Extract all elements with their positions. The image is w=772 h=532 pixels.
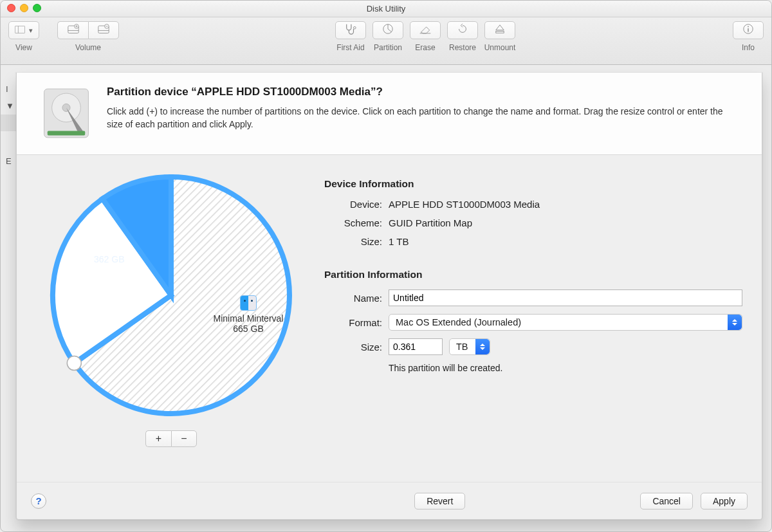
- info-icon: [742, 23, 754, 37]
- partition-size-input[interactable]: [389, 338, 443, 355]
- format-select[interactable]: Mac OS Extended (Journaled): [389, 314, 742, 331]
- size-unit-select[interactable]: TB: [449, 338, 490, 355]
- svg-point-11: [354, 26, 356, 29]
- cancel-button[interactable]: Cancel: [640, 493, 693, 509]
- title-bar: Disk Utility: [1, 1, 771, 17]
- info-column: Device Information Device: APPLE HDD ST1…: [324, 163, 742, 482]
- eject-icon: [494, 24, 506, 37]
- scheme-label: Scheme:: [324, 217, 382, 228]
- chevron-down-icon: ▾: [29, 26, 33, 35]
- device-size-value: 1 TB: [389, 236, 409, 247]
- updown-caret-icon: [475, 339, 490, 354]
- device-value: APPLE HDD ST1000DM003 Media: [389, 199, 540, 210]
- add-volume-icon: [67, 23, 80, 37]
- partition-size-label: Size:: [324, 342, 382, 353]
- close-window-button[interactable]: [7, 4, 15, 12]
- first-aid-label: First Aid: [336, 43, 364, 52]
- view-button[interactable]: ▾: [8, 21, 39, 39]
- partition-label: Partition: [374, 43, 402, 52]
- scheme-value: GUID Partition Map: [389, 217, 472, 228]
- sheet-footer: ? Revert Cancel Apply: [17, 482, 762, 519]
- info-button[interactable]: [733, 21, 764, 39]
- partition-button[interactable]: [372, 21, 403, 39]
- internal-disk-icon: [39, 86, 94, 143]
- partition-note: This partition will be created.: [389, 363, 742, 373]
- revert-button[interactable]: Revert: [414, 493, 465, 509]
- partition-info-heading: Partition Information: [324, 269, 742, 280]
- pie-label-selected: Untitled 362 GB: [94, 244, 124, 264]
- help-button[interactable]: ?: [31, 493, 46, 509]
- volume-label: Volume: [75, 43, 101, 52]
- remove-volume-icon: [97, 23, 110, 37]
- remove-partition-button[interactable]: −: [171, 430, 197, 447]
- pie-chart-icon: [382, 23, 394, 37]
- eraser-icon: [419, 24, 432, 37]
- stethoscope-icon: [344, 23, 358, 37]
- finder-icon: [240, 295, 257, 311]
- toolbar: ▾ View Volume First Aid: [1, 17, 771, 65]
- unmount-button[interactable]: [484, 21, 515, 39]
- sidebar-icon: [15, 24, 25, 36]
- add-remove-segmented: + −: [145, 430, 197, 447]
- svg-point-16: [748, 26, 749, 28]
- size-unit-value: TB: [456, 342, 468, 352]
- first-aid-button[interactable]: [335, 21, 366, 39]
- svg-rect-21: [48, 131, 85, 136]
- partition-pie[interactable]: Untitled 362 GB Minimal Minterval 665 GB: [42, 167, 300, 424]
- info-label: Info: [742, 43, 755, 52]
- restore-label: Restore: [449, 43, 476, 52]
- svg-rect-14: [496, 32, 504, 33]
- svg-rect-0: [15, 26, 24, 33]
- unmount-label: Unmount: [484, 43, 516, 52]
- restore-icon: [457, 23, 468, 37]
- pie-column: Untitled 362 GB Minimal Minterval 665 GB…: [36, 163, 306, 482]
- name-label: Name:: [324, 293, 382, 304]
- svg-point-24: [67, 356, 81, 371]
- partition-sheet: Partition device “APPLE HDD ST1000DM003 …: [16, 73, 762, 520]
- sheet-header: Partition device “APPLE HDD ST1000DM003 …: [17, 73, 762, 155]
- format-value: Mac OS Extended (Journaled): [396, 317, 521, 327]
- pie-selected-name: Untitled: [94, 244, 124, 254]
- apply-button[interactable]: Apply: [701, 493, 748, 509]
- zoom-window-button[interactable]: [33, 4, 41, 12]
- device-info-heading: Device Information: [324, 178, 742, 190]
- svg-point-20: [62, 104, 70, 111]
- remove-volume-button[interactable]: [88, 21, 119, 39]
- restore-button[interactable]: [447, 21, 478, 39]
- add-partition-button[interactable]: +: [145, 430, 171, 447]
- sheet-description: Click add (+) to increase the number of …: [107, 105, 740, 131]
- erase-label: Erase: [415, 43, 435, 52]
- sheet-title: Partition device “APPLE HDD ST1000DM003 …: [107, 86, 740, 98]
- minimize-window-button[interactable]: [20, 4, 28, 12]
- updown-caret-icon: [728, 315, 742, 330]
- pie-other-name: Minimal Minterval: [214, 313, 284, 324]
- window-controls: [7, 4, 41, 12]
- format-label: Format:: [324, 317, 382, 328]
- erase-button[interactable]: [410, 21, 441, 39]
- pie-label-other: Minimal Minterval 665 GB: [203, 295, 293, 334]
- window-title: Disk Utility: [367, 4, 406, 14]
- add-volume-button[interactable]: [57, 21, 88, 39]
- pie-selected-size: 362 GB: [94, 254, 124, 264]
- partition-name-input[interactable]: [389, 289, 742, 306]
- sidebar: I ▼ E: [1, 81, 16, 170]
- device-label: Device:: [324, 199, 382, 210]
- device-size-label: Size:: [324, 236, 382, 247]
- view-label: View: [15, 43, 32, 52]
- pie-other-size: 665 GB: [203, 324, 293, 334]
